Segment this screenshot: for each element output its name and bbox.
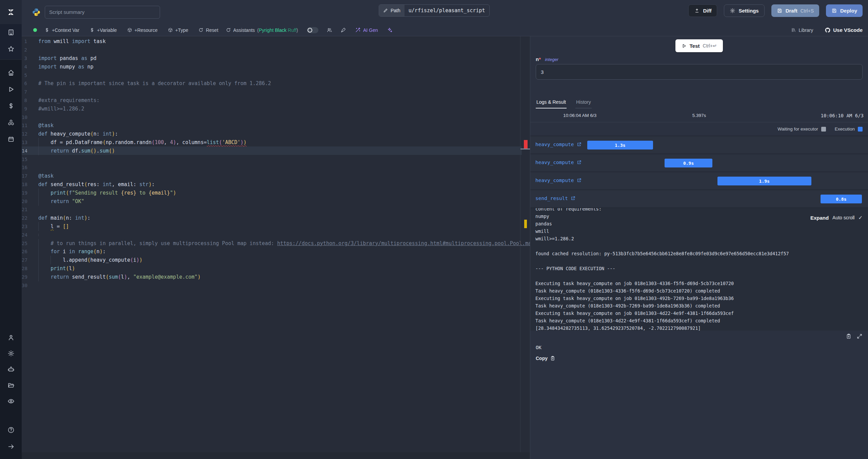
code-line[interactable]: 6# The pin is important since task is a … bbox=[22, 79, 530, 88]
path-button[interactable]: Path u/rfiszel/pleasant_script bbox=[379, 4, 490, 17]
code-line[interactable]: 10 bbox=[22, 113, 530, 121]
code-line[interactable]: 27 l.append(heavy_compute(i)) bbox=[22, 256, 530, 264]
eye-icon[interactable] bbox=[7, 398, 15, 405]
python-language-icon bbox=[32, 8, 41, 17]
tab-logs-result[interactable]: Logs & Result bbox=[536, 97, 567, 108]
reset-button[interactable]: Reset bbox=[198, 27, 218, 33]
expand-logs-icon[interactable] bbox=[856, 333, 863, 339]
add-context-var-button[interactable]: +Context Var bbox=[44, 27, 79, 33]
sidebar-bottom-group bbox=[0, 426, 22, 450]
autoscroll-checkmark-icon[interactable]: ✓ bbox=[858, 215, 863, 221]
code-line[interactable]: 21 bbox=[22, 205, 530, 214]
code-line[interactable]: 1from wmill import task bbox=[22, 37, 530, 46]
line-number: 28 bbox=[22, 266, 27, 271]
play-icon[interactable] bbox=[7, 86, 15, 93]
code-line[interactable]: 3import pandas as pd bbox=[22, 54, 530, 63]
code-line[interactable]: 22def main(n: int): bbox=[22, 214, 530, 222]
dollar-icon[interactable] bbox=[7, 102, 15, 109]
diff-button[interactable]: Diff bbox=[688, 4, 717, 17]
task-name-link[interactable]: send_result bbox=[535, 196, 575, 201]
code-editor[interactable]: 1from wmill import task23import pandas a… bbox=[22, 36, 530, 459]
code-line[interactable]: 9#wmill>=1.286.2 bbox=[22, 104, 530, 113]
library-button[interactable]: Library bbox=[791, 27, 813, 33]
windmill-logo-icon bbox=[6, 7, 16, 17]
clipboard-icon bbox=[550, 356, 555, 361]
code-line[interactable]: 26 for i in range(n): bbox=[22, 247, 530, 256]
copy-result-button[interactable]: Copy bbox=[530, 350, 868, 361]
help-circle-icon[interactable] bbox=[7, 426, 15, 434]
editor-hscrollbar[interactable] bbox=[22, 452, 530, 459]
code-line[interactable]: 4import numpy as np bbox=[22, 62, 530, 71]
arrow-right-icon[interactable] bbox=[7, 443, 15, 450]
add-resource-button[interactable]: +Resource bbox=[127, 27, 158, 33]
topbar: Path u/rfiszel/pleasant_script Diff Sett… bbox=[22, 0, 868, 24]
boxes-icon[interactable] bbox=[7, 119, 15, 126]
home-icon[interactable] bbox=[7, 69, 15, 76]
code-line[interactable]: 13 df = pd.DataFrame(np.random.randn(100… bbox=[22, 138, 530, 147]
code-line[interactable]: 17@task bbox=[22, 172, 530, 180]
argument-n-input[interactable] bbox=[536, 64, 863, 80]
task-name-link[interactable]: heavy_compute bbox=[535, 178, 581, 183]
code-line[interactable]: 23 l = [] bbox=[22, 222, 530, 231]
add-variable-button[interactable]: +Variable bbox=[90, 27, 117, 33]
assistants-toggle[interactable] bbox=[307, 27, 318, 33]
task-name-link[interactable]: heavy_compute bbox=[535, 142, 581, 147]
sidebar-user-group bbox=[0, 334, 22, 405]
autoscroll-label[interactable]: Auto scroll bbox=[832, 215, 854, 220]
assistants-button[interactable]: Assistants (Pyright Black Ruff) bbox=[226, 27, 298, 33]
code-line[interactable]: 2 bbox=[22, 46, 530, 54]
add-type-button[interactable]: +Type bbox=[168, 27, 189, 33]
task-duration-bar: 0.9s bbox=[665, 159, 712, 167]
use-vscode-button[interactable]: Use VScode bbox=[825, 27, 863, 33]
log-panel[interactable]: content of requirements: numpy pandas wm… bbox=[530, 207, 868, 331]
code-line[interactable]: 5 bbox=[22, 71, 530, 79]
bot-icon[interactable] bbox=[7, 366, 15, 373]
code-line[interactable]: 11@task bbox=[22, 121, 530, 130]
code-line[interactable]: 14 return df.sum().sum() bbox=[22, 146, 530, 155]
star-icon[interactable] bbox=[7, 45, 15, 53]
tab-history[interactable]: History bbox=[575, 97, 592, 108]
deploy-button[interactable]: Deploy bbox=[826, 4, 863, 17]
multiplayer-button[interactable] bbox=[327, 27, 332, 33]
code-line[interactable]: 30 bbox=[22, 281, 530, 290]
package-icon bbox=[127, 27, 132, 33]
line-number: 1 bbox=[22, 39, 27, 44]
code-line[interactable]: 15 bbox=[22, 155, 530, 163]
run-duration: 5.397s bbox=[692, 113, 706, 118]
code-line[interactable]: 25 # to run things in parallel, simply u… bbox=[22, 239, 530, 247]
test-button[interactable]: Test Ctrl+↵ bbox=[675, 39, 723, 52]
code-line[interactable]: 20 return "OK" bbox=[22, 197, 530, 205]
log-controls: Expand Auto scroll ✓ bbox=[810, 215, 863, 221]
task-name-link[interactable]: heavy_compute bbox=[535, 160, 581, 165]
line-number: 6 bbox=[22, 81, 27, 86]
format-button[interactable] bbox=[340, 27, 346, 33]
code-line[interactable]: 24 bbox=[22, 231, 530, 239]
code-lines: 1from wmill import task23import pandas a… bbox=[22, 36, 530, 290]
code-line[interactable]: 7 bbox=[22, 88, 530, 96]
code-line[interactable]: 12def heavy_compute(n: int): bbox=[22, 130, 530, 138]
code-line[interactable]: 29 return send_result(sum(l), "example@e… bbox=[22, 273, 530, 281]
warning-marker bbox=[524, 220, 527, 228]
save-icon bbox=[777, 8, 783, 14]
line-number: 16 bbox=[22, 165, 27, 170]
code-line[interactable]: 8#extra_requirements: bbox=[22, 96, 530, 105]
copy-logs-icon[interactable] bbox=[846, 333, 852, 339]
code-line[interactable]: 18def send_result(res: int, email: str): bbox=[22, 180, 530, 189]
workspace-logo[interactable] bbox=[0, 0, 22, 24]
settings-gear-icon[interactable] bbox=[7, 350, 15, 357]
script-summary-input[interactable] bbox=[45, 6, 160, 19]
calendar-icon[interactable] bbox=[7, 136, 15, 143]
code-line[interactable]: 28 print(l) bbox=[22, 264, 530, 273]
settings-button[interactable]: Settings bbox=[724, 4, 764, 17]
draft-button[interactable]: Draft Ctrl+S bbox=[771, 4, 819, 17]
ai-gen-button[interactable]: AI Gen bbox=[355, 27, 378, 33]
code-line[interactable]: 19 print(f"Sending result {res} to {emai… bbox=[22, 188, 530, 197]
user-icon[interactable] bbox=[7, 334, 15, 341]
expand-button[interactable]: Expand bbox=[810, 215, 829, 221]
task-row: send_result0.8s bbox=[530, 189, 868, 207]
folder-open-icon[interactable] bbox=[7, 382, 15, 389]
building-icon[interactable] bbox=[7, 29, 15, 36]
legend-waiting-swatch bbox=[821, 127, 826, 132]
sparkles-icon[interactable] bbox=[387, 27, 393, 33]
code-line[interactable]: 16 bbox=[22, 163, 530, 172]
